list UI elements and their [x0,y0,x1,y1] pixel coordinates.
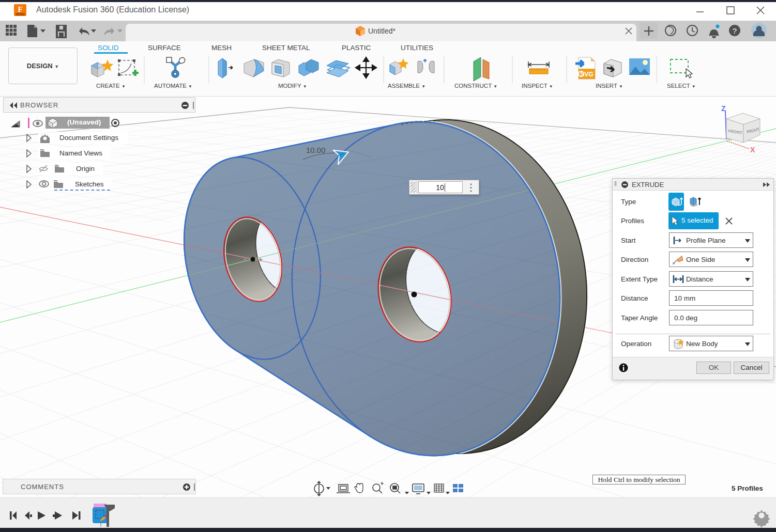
svg-text:Z: Z [721,104,726,113]
svg-text:10.00: 10.00 [306,146,326,154]
svg-text:Untitled*: Untitled* [368,27,395,35]
svg-text:?: ? [732,26,737,35]
svg-text:F: F [18,5,22,13]
svg-text:X: X [750,146,755,154]
